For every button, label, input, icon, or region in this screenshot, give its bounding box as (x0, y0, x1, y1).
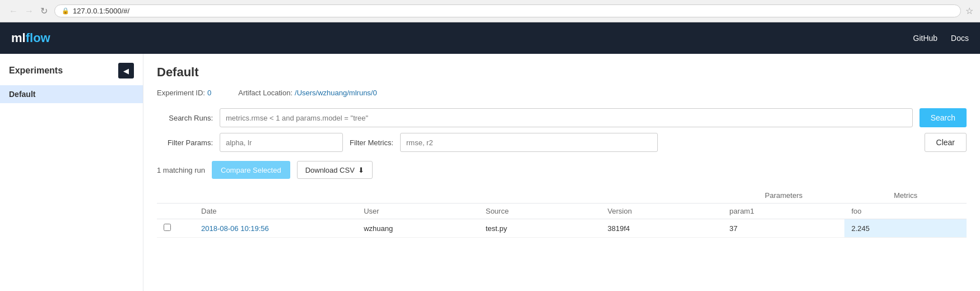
experiment-id-value: 0 (207, 89, 211, 97)
row-checkbox[interactable] (164, 224, 171, 231)
col-header-version: Version (601, 204, 723, 219)
col-header-checkbox (157, 204, 194, 219)
artifact-location-item: Artifact Location: /Users/wzhuang/mlruns… (238, 89, 377, 97)
download-csv-button[interactable]: Download CSV ⬇ (297, 161, 373, 179)
compare-selected-button[interactable]: Compare Selected (212, 161, 290, 179)
sidebar-collapse-button[interactable]: ◀ (118, 63, 134, 78)
refresh-button[interactable]: ↻ (38, 4, 50, 17)
actions-row: 1 matching run Compare Selected Download… (157, 161, 967, 179)
header-links: GitHub Docs (913, 34, 969, 43)
filter-row: Filter Params: Filter Metrics: Clear (157, 133, 967, 152)
table-group-parameters: Parameters (723, 188, 845, 204)
search-runs-label: Search Runs: (157, 114, 213, 122)
main-content: Default Experiment ID: 0 Artifact Locati… (143, 54, 980, 291)
download-icon: ⬇ (358, 166, 364, 174)
logo-ml: ml (11, 31, 26, 45)
row-date-cell: 2018-08-06 10:19:56 (194, 219, 357, 238)
docs-link[interactable]: Docs (951, 34, 969, 43)
filter-params-label: Filter Params: (157, 138, 213, 147)
table-header-row: Date User Source Version param1 foo (157, 204, 967, 219)
download-csv-label: Download CSV (305, 166, 355, 174)
artifact-location-value: /Users/wzhuang/mlruns/0 (295, 89, 377, 97)
nav-arrows: ← → ↻ (7, 4, 50, 17)
row-user-cell: wzhuang (357, 219, 479, 238)
sidebar-title: Experiments (9, 66, 63, 76)
sidebar-item-default[interactable]: Default (0, 85, 143, 103)
browser-chrome: ← → ↻ 🔒 127.0.0.1:5000/#/ ☆ (0, 0, 980, 22)
app-body: Experiments ◀ Default Default Experiment… (0, 54, 980, 291)
github-link[interactable]: GitHub (913, 34, 938, 43)
search-runs-row: Search Runs: Search (157, 108, 967, 127)
row-version-cell: 3819f4 (601, 219, 723, 238)
search-section: Search Runs: Search Filter Params: Filte… (157, 108, 967, 152)
search-runs-input[interactable] (220, 108, 913, 127)
sidebar-item-label: Default (9, 90, 35, 99)
experiment-id-label: Experiment ID: (157, 89, 205, 97)
address-url: 127.0.0.1:5000/#/ (73, 7, 129, 15)
logo-flow: flow (26, 31, 50, 45)
filter-metrics-label: Filter Metrics: (350, 138, 393, 147)
col-header-param1: param1 (723, 204, 845, 219)
row-source-cell: test.py (479, 219, 601, 238)
row-param1-cell: 37 (723, 219, 845, 238)
meta-row: Experiment ID: 0 Artifact Location: /Use… (157, 89, 967, 97)
back-button[interactable]: ← (7, 4, 20, 17)
table-group-empty (157, 188, 723, 204)
artifact-location-label: Artifact Location: (238, 89, 292, 97)
col-header-foo: foo (844, 204, 967, 219)
row-checkbox-cell (157, 219, 194, 238)
address-lock-icon: 🔒 (62, 7, 69, 15)
address-bar[interactable]: 🔒 127.0.0.1:5000/#/ (54, 4, 961, 17)
filter-params-input[interactable] (220, 133, 343, 152)
search-button[interactable]: Search (919, 108, 967, 127)
filter-metrics-input[interactable] (400, 133, 658, 152)
page-title: Default (157, 65, 967, 80)
clear-button[interactable]: Clear (925, 133, 967, 152)
col-header-date: Date (194, 204, 357, 219)
table-row: 2018-08-06 10:19:56 wzhuang test.py 3819… (157, 219, 967, 238)
forward-button[interactable]: → (22, 4, 36, 17)
experiment-id-item: Experiment ID: 0 (157, 89, 211, 97)
app-logo: mlflow (11, 31, 50, 45)
row-foo-cell: 2.245 (844, 219, 967, 238)
col-header-user: User (357, 204, 479, 219)
bookmark-icon[interactable]: ☆ (965, 6, 973, 16)
table-group-metrics: Metrics (844, 188, 967, 204)
sidebar: Experiments ◀ Default (0, 54, 143, 291)
runs-table: Parameters Metrics Date User Source Vers… (157, 188, 967, 238)
table-group-header-row: Parameters Metrics (157, 188, 967, 204)
matching-runs-text: 1 matching run (157, 166, 205, 174)
row-date-link[interactable]: 2018-08-06 10:19:56 (201, 224, 269, 233)
app-header: mlflow GitHub Docs (0, 22, 980, 54)
col-header-source: Source (479, 204, 601, 219)
sidebar-header: Experiments ◀ (0, 63, 143, 85)
